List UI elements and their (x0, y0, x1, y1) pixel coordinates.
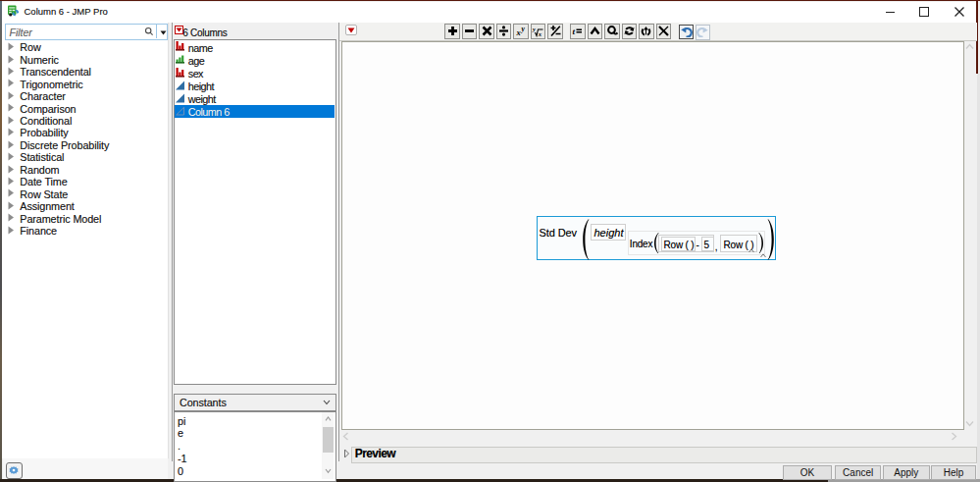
svg-text:x: x (538, 30, 542, 37)
svg-text:y: y (520, 25, 525, 33)
svg-text:y: y (532, 26, 536, 32)
svg-text:t: t (573, 27, 576, 36)
